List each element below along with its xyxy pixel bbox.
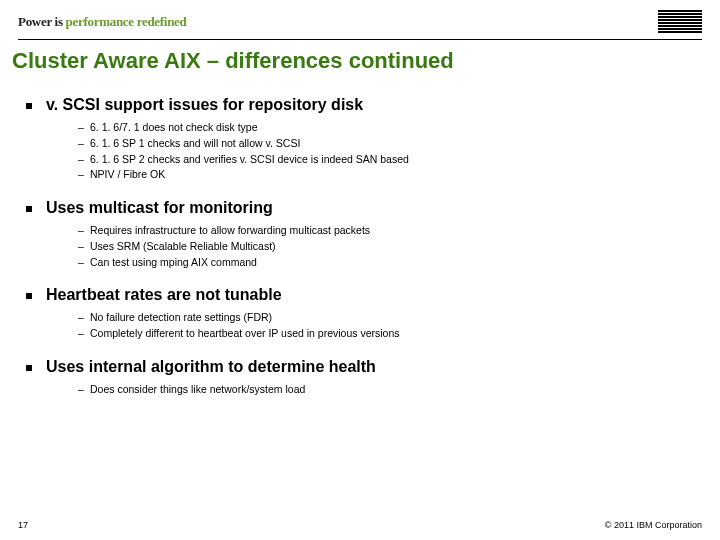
dash-icon: – [78, 152, 90, 168]
dash-icon: – [78, 255, 90, 271]
slide-title: Cluster Aware AIX – differences continue… [0, 40, 720, 80]
slide-footer: 17 © 2011 IBM Corporation [0, 520, 720, 530]
sub-text: NPIV / Fibre OK [90, 167, 165, 183]
sub-item: –Requires infrastructure to allow forwar… [78, 223, 702, 239]
sub-text: Does consider things like network/system… [90, 382, 305, 398]
slide-content: v. SCSI support issues for repository di… [0, 80, 720, 398]
sub-list: –Requires infrastructure to allow forwar… [78, 223, 702, 270]
page-number: 17 [18, 520, 28, 530]
square-bullet-icon [26, 293, 32, 299]
sub-item: –6. 1. 6 SP 1 checks and will not allow … [78, 136, 702, 152]
bullet-item: Uses internal algorithm to determine hea… [18, 358, 702, 376]
sub-list: –6. 1. 6/7. 1 does not check disk type –… [78, 120, 702, 183]
sub-item: –Can test using mping AIX command [78, 255, 702, 271]
sub-item: –Completely different to heartbeat over … [78, 326, 702, 342]
dash-icon: – [78, 326, 90, 342]
sub-text: No failure detection rate settings (FDR) [90, 310, 272, 326]
bullet-item: v. SCSI support issues for repository di… [18, 96, 702, 114]
sub-item: –6. 1. 6 SP 2 checks and verifies v. SCS… [78, 152, 702, 168]
bullet-item: Uses multicast for monitoring [18, 199, 702, 217]
dash-icon: – [78, 136, 90, 152]
square-bullet-icon [26, 206, 32, 212]
sub-text: 6. 1. 6 SP 1 checks and will not allow v… [90, 136, 300, 152]
sub-list: –Does consider things like network/syste… [78, 382, 702, 398]
sub-text: Uses SRM (Scalable Reliable Multicast) [90, 239, 276, 255]
bullet-item: Heartbeat rates are not tunable [18, 286, 702, 304]
sub-text: 6. 1. 6 SP 2 checks and verifies v. SCSI… [90, 152, 409, 168]
bullet-heading: Uses multicast for monitoring [46, 199, 273, 217]
dash-icon: – [78, 120, 90, 136]
sub-text: 6. 1. 6/7. 1 does not check disk type [90, 120, 258, 136]
slide-header: Power is performance redefined [0, 0, 720, 37]
sub-text: Requires infrastructure to allow forward… [90, 223, 370, 239]
sub-text: Can test using mping AIX command [90, 255, 257, 271]
sub-item: –6. 1. 6/7. 1 does not check disk type [78, 120, 702, 136]
sub-item: –No failure detection rate settings (FDR… [78, 310, 702, 326]
dash-icon: – [78, 223, 90, 239]
sub-item: –NPIV / Fibre OK [78, 167, 702, 183]
bullet-heading: Heartbeat rates are not tunable [46, 286, 282, 304]
copyright: © 2011 IBM Corporation [605, 520, 702, 530]
square-bullet-icon [26, 365, 32, 371]
dash-icon: – [78, 310, 90, 326]
sub-item: –Does consider things like network/syste… [78, 382, 702, 398]
tagline-highlight: performance redefined [66, 14, 187, 29]
square-bullet-icon [26, 103, 32, 109]
bullet-heading: Uses internal algorithm to determine hea… [46, 358, 376, 376]
dash-icon: – [78, 382, 90, 398]
sub-text: Completely different to heartbeat over I… [90, 326, 400, 342]
sub-item: –Uses SRM (Scalable Reliable Multicast) [78, 239, 702, 255]
bullet-heading: v. SCSI support issues for repository di… [46, 96, 363, 114]
dash-icon: – [78, 239, 90, 255]
ibm-logo-icon [658, 10, 702, 33]
sub-list: –No failure detection rate settings (FDR… [78, 310, 702, 342]
tagline-pre: Power is [18, 14, 66, 29]
tagline: Power is performance redefined [18, 14, 187, 30]
dash-icon: – [78, 167, 90, 183]
